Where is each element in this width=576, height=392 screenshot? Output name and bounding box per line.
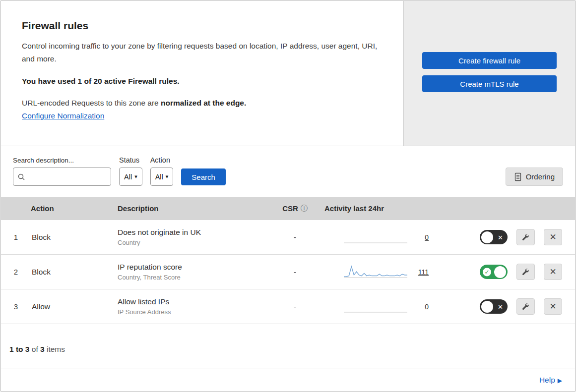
activity-count-link[interactable]: 0 (418, 233, 429, 241)
table-header-row: Action Description CSR ⓘ Activity last 2… (1, 197, 575, 220)
help-bar: Help▶ (1, 369, 575, 391)
chevron-down-icon: ▾ (166, 173, 169, 180)
rule-description[interactable]: Does not originate in UK (118, 228, 271, 237)
x-icon: ✕ (549, 301, 556, 312)
ordering-icon (514, 172, 522, 181)
rule-description[interactable]: IP reputation score (118, 263, 271, 272)
activity-sparkline (343, 265, 408, 280)
rule-controls: ✓ ✕ ✕ (438, 229, 575, 245)
usage-line: You have used 1 of 20 active Firewall ru… (22, 77, 384, 86)
action-select[interactable]: All ▾ (150, 168, 174, 186)
table-row: 1 Block Does not originate in UK Country… (1, 220, 575, 255)
pagination-summary: 1 to 3 of 3 items (1, 324, 575, 369)
rule-action: Block (31, 233, 118, 242)
rule-enable-toggle[interactable]: ✓ ✕ (480, 299, 508, 314)
rule-priority: 2 (1, 268, 31, 276)
rule-csr: - (271, 268, 319, 276)
rule-fields: IP Source Address (118, 308, 271, 316)
help-link[interactable]: Help▶ (539, 376, 562, 384)
rule-action: Allow (31, 302, 118, 311)
normalization-bold: normalized at the edge. (161, 99, 246, 107)
activity-count-link[interactable]: 0 (418, 303, 429, 311)
activity-column-header: Activity last 24hr (319, 204, 438, 213)
action-group: Action All ▾ (150, 156, 174, 186)
search-input[interactable] (28, 173, 107, 181)
action-value: All (155, 173, 163, 181)
delete-rule-button[interactable]: ✕ (544, 264, 562, 280)
info-icon[interactable]: ⓘ (301, 204, 308, 213)
delete-rule-button[interactable]: ✕ (544, 298, 562, 315)
wrench-icon (521, 302, 530, 311)
items-text: items (45, 345, 65, 353)
activity-count-link[interactable]: 111 (418, 268, 429, 276)
table-row: 3 Allow Allow listed IPs IP Source Addre… (1, 289, 575, 324)
search-box (13, 168, 111, 186)
cta-panel: Create firewall rule Create mTLS rule (404, 1, 575, 146)
normalization-prefix: URL-encoded Requests to this zone are (22, 99, 161, 107)
range-text: 1 to 3 (9, 345, 29, 353)
rule-action: Block (31, 268, 118, 277)
edit-rule-button[interactable] (516, 229, 535, 245)
toggle-knob (494, 266, 506, 278)
action-label: Action (150, 156, 174, 164)
edit-rule-button[interactable] (516, 264, 535, 280)
x-icon: ✕ (549, 267, 556, 277)
x-icon: ✕ (498, 233, 503, 241)
rule-enable-toggle[interactable]: ✓ ✕ (480, 265, 508, 279)
rule-activity-cell: 111 (319, 265, 438, 280)
help-arrow-icon: ▶ (558, 377, 562, 384)
page-description: Control incoming traffic to your zone by… (22, 40, 379, 65)
status-select[interactable]: All ▾ (119, 168, 142, 186)
status-label: Status (119, 156, 142, 164)
description-column-header: Description (118, 204, 271, 213)
search-button[interactable]: Search (181, 168, 226, 185)
toggle-knob (481, 301, 493, 313)
search-group: Search description... (13, 157, 111, 186)
ordering-button[interactable]: Ordering (506, 168, 563, 186)
of-text: of (29, 345, 40, 353)
rule-description-cell: Does not originate in UK Country (118, 228, 271, 246)
help-label: Help (539, 376, 555, 384)
filter-toolbar: Search description... Status All ▾ Actio… (1, 146, 575, 197)
x-icon: ✕ (498, 303, 503, 310)
rule-controls: ✓ ✕ ✕ (438, 298, 575, 315)
search-label: Search description... (13, 157, 111, 164)
total-text: 3 (40, 345, 45, 353)
page-title: Firewall rules (22, 20, 384, 32)
intro-card: Firewall rules Control incoming traffic … (1, 1, 404, 146)
rule-description[interactable]: Allow listed IPs (118, 297, 271, 306)
chevron-down-icon: ▾ (134, 173, 137, 180)
activity-sparkline (343, 230, 408, 245)
firewall-rules-panel: Firewall rules Control incoming traffic … (0, 0, 576, 392)
rule-fields: Country (118, 239, 271, 246)
edit-rule-button[interactable] (516, 298, 535, 315)
check-icon: ✓ (483, 268, 491, 276)
rule-fields: Country, Threat Score (118, 274, 271, 281)
rule-csr: - (271, 233, 319, 241)
rule-activity-cell: 0 (319, 299, 438, 314)
delete-rule-button[interactable]: ✕ (544, 229, 562, 245)
csr-column-header: CSR ⓘ (271, 204, 319, 213)
normalization-line: URL-encoded Requests to this zone are no… (22, 99, 384, 108)
rule-activity-cell: 0 (319, 230, 438, 245)
rule-priority: 3 (1, 302, 31, 311)
rule-csr: - (271, 302, 319, 311)
status-group: Status All ▾ (119, 156, 142, 186)
action-column-header: Action (31, 204, 118, 213)
activity-sparkline (343, 299, 408, 314)
top-section: Firewall rules Control incoming traffic … (1, 1, 575, 146)
table-row: 2 Block IP reputation score Country, Thr… (1, 255, 575, 289)
configure-normalization-link[interactable]: Configure Normalization (22, 112, 104, 120)
rule-description-cell: IP reputation score Country, Threat Scor… (118, 263, 271, 281)
wrench-icon (521, 268, 530, 276)
rules-table: Action Description CSR ⓘ Activity last 2… (1, 197, 575, 324)
x-icon: ✕ (549, 232, 556, 242)
create-mtls-rule-button[interactable]: Create mTLS rule (422, 75, 557, 92)
rule-description-cell: Allow listed IPs IP Source Address (118, 297, 271, 316)
ordering-label: Ordering (526, 172, 555, 181)
rule-enable-toggle[interactable]: ✓ ✕ (480, 230, 508, 244)
csr-header-label: CSR (282, 204, 298, 213)
rule-priority: 1 (1, 233, 31, 241)
create-firewall-rule-button[interactable]: Create firewall rule (422, 52, 557, 69)
toggle-knob (481, 231, 493, 243)
